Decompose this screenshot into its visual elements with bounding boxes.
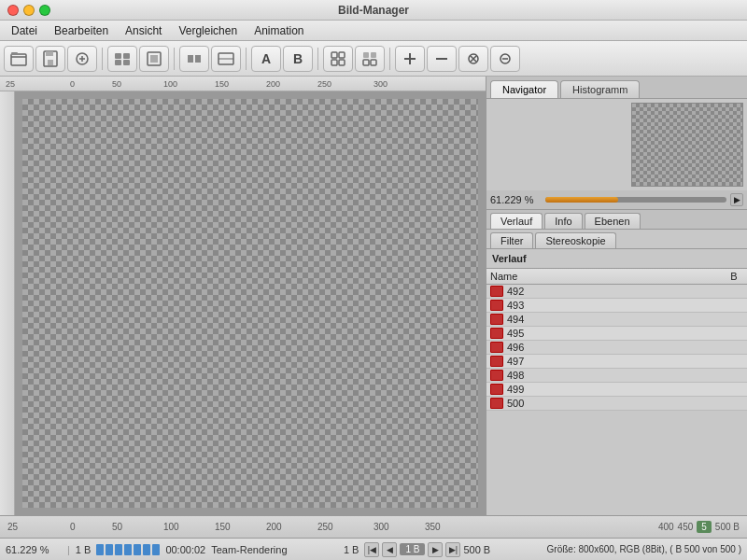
film-icon [490, 370, 503, 381]
ruler-counter: 5 [697, 521, 712, 533]
col-header-name: Name [490, 271, 725, 282]
table-row[interactable]: 492 [486, 285, 747, 299]
canvas-with-ruler: 25 0 50 100 150 200 250 300 [0, 77, 486, 515]
ruler-right: 400 450 5 500 B [658, 521, 740, 533]
toolbar-btn-save[interactable] [35, 46, 65, 72]
ruler-label-500b: 500 B [715, 522, 740, 532]
svg-rect-20 [371, 52, 376, 58]
toolbar-btn-text-b[interactable]: B [283, 46, 313, 72]
status-size-info: Größe: 800x600, RGB (8Bit), ( B 500 von … [547, 544, 741, 554]
progress-seg-1 [96, 544, 104, 555]
zoom-slider-fill [545, 197, 618, 203]
status-arrows: 1 B |◀ ◀ 1 B ▶ ▶| 500 B [344, 542, 490, 557]
table-row[interactable]: 496 [486, 341, 747, 355]
ruler-label-150: 150 [215, 522, 231, 532]
svg-rect-9 [123, 60, 130, 65]
svg-rect-22 [371, 60, 376, 65]
status-zoom: 61.229 % [6, 544, 62, 555]
verlauf-title: Verlauf [486, 249, 747, 269]
title-bar: Bild-Manager [0, 0, 747, 21]
zoom-arrow-button[interactable]: ▶ [730, 193, 743, 206]
verlauf-table: Name B 492493494495496497498499500 [486, 269, 747, 515]
tab-navigator[interactable]: Navigator [490, 80, 558, 98]
frame-start-button[interactable]: |◀ [364, 542, 379, 557]
verlauf-rows[interactable]: 492493494495496497498499500 [486, 285, 747, 434]
col-header-b: B [725, 271, 743, 282]
ruler-label-100: 100 [163, 522, 179, 532]
status-frame-end: 500 B [463, 544, 490, 555]
tab-info[interactable]: Info [544, 213, 582, 229]
canvas-area[interactable] [15, 91, 486, 515]
ruler-label-350: 350 [425, 522, 441, 532]
frame-end-button[interactable]: ▶| [445, 542, 460, 557]
tab-filter[interactable]: Filter [490, 232, 533, 248]
table-row[interactable]: 499 [486, 383, 747, 397]
toolbar-btn-9[interactable] [355, 46, 385, 72]
ruler-label-25: 25 [7, 522, 18, 532]
toolbar-btn-4[interactable] [107, 46, 137, 72]
maximize-button[interactable] [39, 5, 50, 16]
tab-ebenen[interactable]: Ebenen [585, 213, 641, 229]
menu-ansicht[interactable]: Ansicht [118, 22, 169, 39]
toolbar-btn-7[interactable] [211, 46, 241, 72]
tab-verlauf[interactable]: Verlauf [490, 213, 543, 229]
toolbar: A B [0, 41, 747, 77]
table-row[interactable]: 495 [486, 327, 747, 341]
toolbar-btn-3[interactable] [67, 46, 97, 72]
frame-next-button[interactable]: ▶ [428, 542, 443, 557]
row-name: 493 [507, 300, 743, 311]
film-icon [490, 286, 503, 297]
menu-vergleichen[interactable]: Vergleichen [171, 22, 245, 39]
horizontal-ruler: 25 0 50 100 150 200 250 300 [0, 77, 486, 91]
menu-animation[interactable]: Animation [247, 22, 311, 39]
canvas-checkerboard [22, 99, 478, 508]
progress-seg-7 [152, 544, 160, 555]
menu-bearbeiten[interactable]: Bearbeiten [47, 22, 116, 39]
table-row[interactable]: 493 [486, 299, 747, 313]
row-name: 497 [507, 356, 743, 367]
toolbar-btn-8[interactable] [323, 46, 353, 72]
toolbar-btn-6[interactable] [179, 46, 209, 72]
close-button[interactable] [7, 5, 19, 16]
zoom-slider-track[interactable] [545, 197, 726, 203]
toolbar-btn-10[interactable] [395, 46, 425, 72]
tab-histogramm[interactable]: Histogramm [560, 80, 640, 98]
status-frame-start: 1 B [344, 544, 359, 555]
bottom-ruler: 25 0 50 100 150 200 250 300 350 400 450 … [0, 515, 747, 538]
row-name: 500 [507, 398, 743, 409]
svg-rect-17 [331, 60, 337, 65]
ruler-label-400: 400 [658, 522, 674, 532]
status-frame-label: 1 B [76, 544, 92, 555]
table-row[interactable]: 498 [486, 369, 747, 383]
table-row[interactable]: 494 [486, 313, 747, 327]
toolbar-sep-5 [389, 48, 390, 70]
tab-stereoskopie[interactable]: Stereoskopie [535, 232, 615, 248]
nav-left [490, 103, 627, 187]
toolbar-btn-text-a[interactable]: A [251, 46, 281, 72]
toolbar-btn-12[interactable] [458, 46, 488, 72]
row-name: 492 [507, 286, 743, 297]
zoom-row: 61.229 % ▶ [486, 190, 747, 210]
ruler-label-0: 0 [70, 522, 76, 532]
svg-rect-4 [48, 60, 53, 65]
menu-datei[interactable]: Datei [4, 22, 45, 39]
svg-rect-15 [331, 52, 337, 58]
svg-rect-0 [11, 54, 26, 65]
film-icon [490, 328, 503, 339]
status-frame-display: 1 B [400, 543, 425, 555]
svg-rect-13 [195, 55, 201, 63]
toolbar-btn-5[interactable] [139, 46, 169, 72]
toolbar-btn-11[interactable] [427, 46, 457, 72]
toolbar-btn-13[interactable] [490, 46, 520, 72]
table-row[interactable]: 497 [486, 355, 747, 369]
window-controls [7, 5, 50, 16]
navigator-tabs: Navigator Histogramm [486, 77, 747, 99]
film-icon [490, 342, 503, 353]
window-title: Bild-Manager [338, 4, 409, 17]
navigator-content [486, 99, 747, 190]
status-renderer: Team-Rendering [211, 544, 287, 555]
table-row[interactable]: 500 [486, 397, 747, 411]
frame-prev-button[interactable]: ◀ [382, 542, 397, 557]
minimize-button[interactable] [23, 5, 35, 16]
toolbar-btn-open[interactable] [4, 46, 34, 72]
